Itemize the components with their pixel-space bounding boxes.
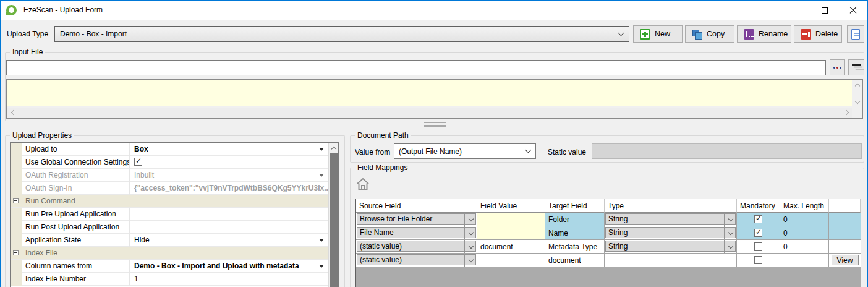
minimize-icon: [793, 11, 799, 11]
splitter[interactable]: [1, 120, 867, 127]
chevron-down-icon[interactable]: [464, 226, 477, 239]
delete-button[interactable]: Delete: [794, 25, 842, 43]
column-header-type[interactable]: Type: [605, 199, 737, 213]
source-field-select[interactable]: Browse for File Folder: [356, 213, 477, 226]
max-length-cell[interactable]: [780, 254, 829, 267]
scroll-right-button[interactable]: [842, 108, 852, 118]
max-length-cell[interactable]: 0: [780, 240, 829, 254]
type-select[interactable]: String: [605, 213, 737, 226]
field-value-cell[interactable]: [477, 254, 545, 267]
column-header-action[interactable]: [829, 199, 861, 213]
property-row-column-names-from[interactable]: Column names from Demo - Box - Import an…: [11, 260, 328, 273]
source-field-select[interactable]: (static value): [356, 254, 477, 267]
group-name: Run Command: [22, 195, 207, 208]
property-value[interactable]: [130, 221, 328, 234]
max-length-cell[interactable]: 0: [780, 226, 829, 240]
property-group-run-command[interactable]: Run Command: [11, 195, 328, 208]
field-mappings-group: Field Mappings Source Field Field Value …: [350, 168, 864, 287]
copy-button[interactable]: Copy: [685, 25, 734, 43]
chevron-up-icon: [331, 146, 336, 151]
property-value[interactable]: Hide: [130, 234, 328, 247]
rename-button[interactable]: Rename: [737, 25, 791, 43]
mandatory-checkbox[interactable]: [754, 256, 762, 264]
column-header-max-length[interactable]: Max. Length: [780, 199, 829, 213]
scroll-left-button[interactable]: [7, 108, 17, 118]
chevron-down-icon[interactable]: [724, 226, 736, 239]
window-title: EzeScan - Upload Form: [23, 6, 103, 14]
ellipsis-icon: [833, 67, 841, 69]
row-indent: [11, 260, 22, 273]
column-header-field-value[interactable]: Field Value: [477, 199, 545, 213]
vertical-scrollbar[interactable]: [853, 80, 862, 106]
dropdown-arrow-icon[interactable]: [319, 239, 324, 242]
type-value: String: [608, 228, 628, 237]
mandatory-checkbox[interactable]: [754, 242, 762, 251]
column-header-mandatory[interactable]: Mandatory: [737, 199, 780, 213]
property-value[interactable]: [130, 208, 328, 221]
property-row-application-state[interactable]: Application State Hide: [11, 234, 328, 247]
scroll-up-button[interactable]: [853, 80, 862, 90]
global-connection-checkbox[interactable]: [134, 158, 142, 166]
target-field-cell[interactable]: document: [545, 254, 605, 267]
collapse-icon[interactable]: [13, 198, 19, 203]
chevron-down-icon[interactable]: [724, 240, 736, 253]
mandatory-checkbox[interactable]: [754, 229, 762, 237]
property-row-index-file-number[interactable]: Index File Number 1: [11, 273, 328, 286]
source-field-select[interactable]: File Name: [356, 226, 477, 240]
property-value[interactable]: Box: [130, 143, 328, 156]
input-file-input[interactable]: [6, 60, 826, 75]
source-field-select[interactable]: (static value): [356, 240, 477, 254]
browse-button[interactable]: [830, 59, 845, 75]
property-group-index-file[interactable]: Index File: [11, 247, 328, 260]
property-row-run-pre-upload[interactable]: Run Pre Upload Application: [11, 208, 328, 221]
mandatory-cell: [737, 254, 780, 267]
field-value-cell[interactable]: document: [477, 240, 545, 254]
collapse-icon[interactable]: [13, 250, 19, 255]
property-row-global-connection[interactable]: Use Global Connection Settings: [11, 156, 328, 169]
upload-type-select[interactable]: Demo - Box - Import: [54, 26, 629, 42]
property-row-run-post-upload[interactable]: Run Post Upload Application: [11, 221, 328, 234]
scroll-down-button[interactable]: [853, 97, 862, 106]
mandatory-cell: [737, 213, 780, 226]
value-from-select[interactable]: (Output File Name): [394, 144, 536, 159]
minimize-button[interactable]: [782, 1, 810, 20]
max-length-cell[interactable]: 0: [780, 213, 829, 226]
type-select[interactable]: String: [605, 240, 737, 254]
row-indent: [11, 234, 22, 247]
chevron-down-icon: [618, 30, 624, 36]
maximize-button[interactable]: [811, 1, 838, 20]
property-grid-scrollbar[interactable]: [328, 143, 338, 287]
property-value[interactable]: Demo - Box - Import and Upload with meta…: [130, 260, 328, 273]
type-cell[interactable]: [605, 254, 737, 267]
column-header-source-field[interactable]: Source Field: [356, 199, 477, 213]
property-row-upload-to[interactable]: Upload to Box: [11, 143, 328, 156]
home-icon[interactable]: [355, 177, 370, 192]
view-button[interactable]: View: [832, 255, 859, 265]
report-button[interactable]: [847, 25, 864, 43]
scroll-up-button[interactable]: [329, 143, 339, 153]
target-field-cell[interactable]: Metadata Type: [545, 240, 605, 254]
filter-button[interactable]: [848, 59, 864, 75]
message-text-area[interactable]: [7, 80, 852, 106]
chevron-down-icon[interactable]: [464, 254, 477, 267]
type-select[interactable]: String: [605, 226, 737, 240]
scrollbar-thumb[interactable]: [330, 153, 338, 287]
target-field-cell[interactable]: Folder: [545, 213, 605, 226]
horizontal-scrollbar[interactable]: [7, 108, 852, 118]
dropdown-arrow-icon[interactable]: [319, 265, 324, 268]
chevron-down-icon[interactable]: [464, 213, 477, 226]
property-value[interactable]: 1: [130, 273, 328, 286]
message-area: [6, 79, 863, 119]
close-button[interactable]: [839, 1, 867, 20]
mandatory-checkbox[interactable]: [754, 215, 762, 223]
chevron-down-icon[interactable]: [724, 213, 736, 226]
chevron-down-icon[interactable]: [464, 240, 477, 253]
target-field-cell[interactable]: Name: [545, 226, 605, 240]
new-button[interactable]: New: [633, 25, 683, 43]
field-value-cell[interactable]: [477, 226, 545, 240]
field-value-cell[interactable]: [477, 213, 545, 226]
dropdown-arrow-icon[interactable]: [319, 148, 324, 151]
chevron-up-icon: [854, 84, 859, 88]
column-header-target-field[interactable]: Target Field: [545, 199, 605, 213]
row-indent: [11, 273, 22, 286]
